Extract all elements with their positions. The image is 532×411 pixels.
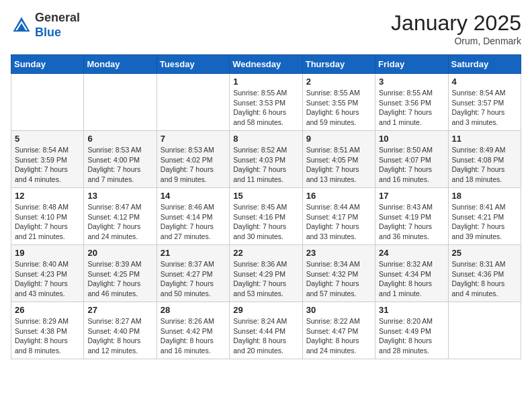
day-info: Sunrise: 8:29 AM Sunset: 4:38 PM Dayligh… <box>15 316 80 356</box>
calendar-cell: 16Sunrise: 8:44 AM Sunset: 4:17 PM Dayli… <box>302 188 375 245</box>
calendar-table: SundayMondayTuesdayWednesdayThursdayFrid… <box>11 54 521 359</box>
day-info: Sunrise: 8:22 AM Sunset: 4:47 PM Dayligh… <box>306 316 371 356</box>
day-info: Sunrise: 8:55 AM Sunset: 3:53 PM Dayligh… <box>233 88 298 128</box>
logo: General Blue <box>11 11 80 40</box>
day-info: Sunrise: 8:52 AM Sunset: 4:03 PM Dayligh… <box>233 145 298 185</box>
day-info: Sunrise: 8:55 AM Sunset: 3:56 PM Dayligh… <box>379 88 444 128</box>
day-number: 21 <box>161 248 226 258</box>
day-number: 4 <box>452 77 517 87</box>
day-info: Sunrise: 8:39 AM Sunset: 4:25 PM Dayligh… <box>87 259 152 299</box>
day-number: 24 <box>379 248 444 258</box>
calendar-cell: 7Sunrise: 8:53 AM Sunset: 4:02 PM Daylig… <box>157 131 229 188</box>
day-number: 20 <box>87 248 152 258</box>
day-number: 7 <box>161 134 226 144</box>
logo-blue: Blue <box>35 26 80 40</box>
day-info: Sunrise: 8:36 AM Sunset: 4:29 PM Dayligh… <box>233 259 298 299</box>
calendar-cell: 11Sunrise: 8:49 AM Sunset: 4:08 PM Dayli… <box>448 131 521 188</box>
day-info: Sunrise: 8:54 AM Sunset: 3:59 PM Dayligh… <box>15 145 80 185</box>
day-number: 22 <box>233 248 298 258</box>
calendar-cell: 30Sunrise: 8:22 AM Sunset: 4:47 PM Dayli… <box>302 302 375 359</box>
day-info: Sunrise: 8:31 AM Sunset: 4:36 PM Dayligh… <box>452 259 517 299</box>
calendar-cell: 9Sunrise: 8:51 AM Sunset: 4:05 PM Daylig… <box>302 131 375 188</box>
day-number: 29 <box>233 305 298 315</box>
day-info: Sunrise: 8:54 AM Sunset: 3:57 PM Dayligh… <box>452 88 517 128</box>
weekday-header-monday: Monday <box>84 55 157 74</box>
day-number: 11 <box>452 134 517 144</box>
day-number: 19 <box>15 248 80 258</box>
day-info: Sunrise: 8:44 AM Sunset: 4:17 PM Dayligh… <box>306 202 371 242</box>
day-number: 17 <box>379 191 444 201</box>
calendar-cell: 23Sunrise: 8:34 AM Sunset: 4:32 PM Dayli… <box>302 245 375 302</box>
calendar-cell: 24Sunrise: 8:32 AM Sunset: 4:34 PM Dayli… <box>375 245 448 302</box>
day-info: Sunrise: 8:26 AM Sunset: 4:42 PM Dayligh… <box>161 316 226 356</box>
day-info: Sunrise: 8:55 AM Sunset: 3:55 PM Dayligh… <box>306 88 371 128</box>
calendar-cell <box>11 74 84 131</box>
day-number: 13 <box>87 191 152 201</box>
day-info: Sunrise: 8:37 AM Sunset: 4:27 PM Dayligh… <box>161 259 226 299</box>
day-info: Sunrise: 8:40 AM Sunset: 4:23 PM Dayligh… <box>15 259 80 299</box>
day-number: 10 <box>379 134 444 144</box>
day-info: Sunrise: 8:49 AM Sunset: 4:08 PM Dayligh… <box>452 145 517 185</box>
day-info: Sunrise: 8:47 AM Sunset: 4:12 PM Dayligh… <box>87 202 152 242</box>
day-number: 8 <box>233 134 298 144</box>
day-info: Sunrise: 8:53 AM Sunset: 4:02 PM Dayligh… <box>161 145 226 185</box>
calendar-cell <box>157 74 229 131</box>
day-number: 26 <box>15 305 80 315</box>
calendar-cell: 29Sunrise: 8:24 AM Sunset: 4:44 PM Dayli… <box>230 302 302 359</box>
day-number: 3 <box>379 77 444 87</box>
calendar-cell: 19Sunrise: 8:40 AM Sunset: 4:23 PM Dayli… <box>11 245 84 302</box>
location: Orum, Denmark <box>391 36 521 46</box>
day-number: 25 <box>452 248 517 258</box>
calendar-cell <box>84 74 157 131</box>
day-number: 23 <box>306 248 371 258</box>
title-block: January 2025 Orum, Denmark <box>391 11 521 46</box>
day-info: Sunrise: 8:43 AM Sunset: 4:19 PM Dayligh… <box>379 202 444 242</box>
calendar-cell: 15Sunrise: 8:45 AM Sunset: 4:16 PM Dayli… <box>230 188 302 245</box>
calendar-cell: 3Sunrise: 8:55 AM Sunset: 3:56 PM Daylig… <box>375 74 448 131</box>
weekday-header-wednesday: Wednesday <box>230 55 302 74</box>
day-number: 12 <box>15 191 80 201</box>
weekday-header-thursday: Thursday <box>302 55 375 74</box>
logo-general: General <box>35 11 80 26</box>
calendar-cell: 20Sunrise: 8:39 AM Sunset: 4:25 PM Dayli… <box>84 245 157 302</box>
calendar-cell: 1Sunrise: 8:55 AM Sunset: 3:53 PM Daylig… <box>230 74 302 131</box>
page-header: General Blue January 2025 Orum, Denmark <box>11 11 521 46</box>
day-number: 5 <box>15 134 80 144</box>
day-number: 27 <box>87 305 152 315</box>
day-number: 15 <box>233 191 298 201</box>
calendar-cell: 13Sunrise: 8:47 AM Sunset: 4:12 PM Dayli… <box>84 188 157 245</box>
day-number: 9 <box>306 134 371 144</box>
weekday-header-friday: Friday <box>375 55 448 74</box>
calendar-cell: 22Sunrise: 8:36 AM Sunset: 4:29 PM Dayli… <box>230 245 302 302</box>
day-info: Sunrise: 8:45 AM Sunset: 4:16 PM Dayligh… <box>233 202 298 242</box>
calendar-cell: 21Sunrise: 8:37 AM Sunset: 4:27 PM Dayli… <box>157 245 229 302</box>
day-number: 16 <box>306 191 371 201</box>
day-number: 1 <box>233 77 298 87</box>
day-info: Sunrise: 8:41 AM Sunset: 4:21 PM Dayligh… <box>452 202 517 242</box>
calendar-cell: 12Sunrise: 8:48 AM Sunset: 4:10 PM Dayli… <box>11 188 84 245</box>
calendar-cell: 4Sunrise: 8:54 AM Sunset: 3:57 PM Daylig… <box>448 74 521 131</box>
calendar-cell: 14Sunrise: 8:46 AM Sunset: 4:14 PM Dayli… <box>157 188 229 245</box>
day-info: Sunrise: 8:32 AM Sunset: 4:34 PM Dayligh… <box>379 259 444 299</box>
calendar-cell: 18Sunrise: 8:41 AM Sunset: 4:21 PM Dayli… <box>448 188 521 245</box>
weekday-header-saturday: Saturday <box>448 55 521 74</box>
day-number: 28 <box>161 305 226 315</box>
day-number: 2 <box>306 77 371 87</box>
calendar-cell: 26Sunrise: 8:29 AM Sunset: 4:38 PM Dayli… <box>11 302 84 359</box>
day-number: 6 <box>87 134 152 144</box>
day-number: 30 <box>306 305 371 315</box>
calendar-cell: 28Sunrise: 8:26 AM Sunset: 4:42 PM Dayli… <box>157 302 229 359</box>
calendar-cell: 31Sunrise: 8:20 AM Sunset: 4:49 PM Dayli… <box>375 302 448 359</box>
calendar-cell: 25Sunrise: 8:31 AM Sunset: 4:36 PM Dayli… <box>448 245 521 302</box>
calendar-cell: 5Sunrise: 8:54 AM Sunset: 3:59 PM Daylig… <box>11 131 84 188</box>
calendar-cell: 10Sunrise: 8:50 AM Sunset: 4:07 PM Dayli… <box>375 131 448 188</box>
logo-icon <box>11 15 32 36</box>
calendar-cell: 2Sunrise: 8:55 AM Sunset: 3:55 PM Daylig… <box>302 74 375 131</box>
day-info: Sunrise: 8:53 AM Sunset: 4:00 PM Dayligh… <box>87 145 152 185</box>
day-info: Sunrise: 8:50 AM Sunset: 4:07 PM Dayligh… <box>379 145 444 185</box>
day-info: Sunrise: 8:48 AM Sunset: 4:10 PM Dayligh… <box>15 202 80 242</box>
day-info: Sunrise: 8:27 AM Sunset: 4:40 PM Dayligh… <box>87 316 152 356</box>
month-title: January 2025 <box>391 11 521 36</box>
day-info: Sunrise: 8:46 AM Sunset: 4:14 PM Dayligh… <box>161 202 226 242</box>
calendar-cell <box>448 302 521 359</box>
